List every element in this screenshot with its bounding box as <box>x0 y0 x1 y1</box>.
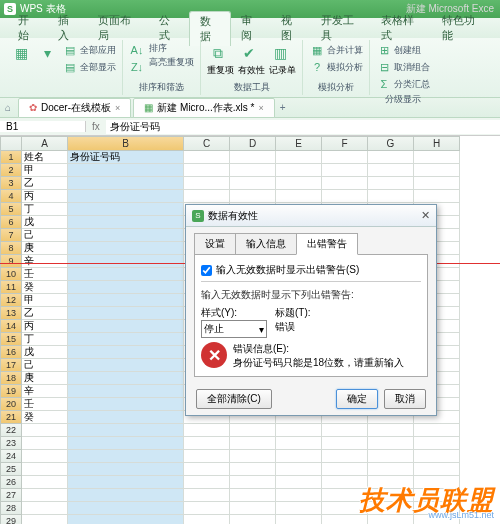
cell[interactable] <box>68 255 184 268</box>
col-header-C[interactable]: C <box>184 136 230 151</box>
cell[interactable]: 庚 <box>22 242 68 255</box>
cell[interactable] <box>230 450 276 463</box>
cell[interactable] <box>322 450 368 463</box>
cell[interactable] <box>368 437 414 450</box>
cell[interactable] <box>68 489 184 502</box>
col-header-F[interactable]: F <box>322 136 368 151</box>
cell[interactable] <box>368 177 414 190</box>
cell[interactable] <box>68 164 184 177</box>
cell[interactable]: 丙 <box>22 320 68 333</box>
cell[interactable]: 甲 <box>22 294 68 307</box>
cell[interactable]: 癸 <box>22 281 68 294</box>
row-header[interactable]: 7 <box>0 229 22 242</box>
cell[interactable] <box>184 450 230 463</box>
cell[interactable] <box>68 515 184 524</box>
cell[interactable] <box>276 515 322 524</box>
cell[interactable] <box>230 489 276 502</box>
cell[interactable] <box>368 463 414 476</box>
cell[interactable] <box>22 463 68 476</box>
dialog-tab-1[interactable]: 输入信息 <box>235 233 297 255</box>
cell[interactable] <box>230 424 276 437</box>
cell[interactable] <box>230 190 276 203</box>
showall-button[interactable]: ▤全部显示 <box>62 59 116 75</box>
cell[interactable] <box>230 463 276 476</box>
row-header[interactable]: 28 <box>0 502 22 515</box>
cell[interactable] <box>368 151 414 164</box>
cell[interactable] <box>276 437 322 450</box>
cell[interactable] <box>68 333 184 346</box>
col-header-B[interactable]: B <box>68 136 184 151</box>
close-icon[interactable]: × <box>259 103 264 113</box>
cell[interactable] <box>22 515 68 524</box>
cell[interactable] <box>322 177 368 190</box>
row-header[interactable]: 11 <box>0 281 22 294</box>
row-header[interactable]: 20 <box>0 398 22 411</box>
cell[interactable] <box>68 320 184 333</box>
cell[interactable]: 戊 <box>22 346 68 359</box>
cell[interactable] <box>22 450 68 463</box>
cell[interactable] <box>230 177 276 190</box>
cell[interactable] <box>414 177 460 190</box>
close-icon[interactable]: × <box>115 103 120 113</box>
cell[interactable] <box>368 424 414 437</box>
cell[interactable] <box>68 476 184 489</box>
select-all-corner[interactable] <box>0 136 22 151</box>
dialog-tab-2[interactable]: 出错警告 <box>296 233 358 255</box>
col-header-H[interactable]: H <box>414 136 460 151</box>
cell[interactable] <box>322 190 368 203</box>
highlight-dup-button[interactable]: 高亮重复项 <box>149 56 194 69</box>
row-header[interactable]: 3 <box>0 177 22 190</box>
cell[interactable] <box>68 229 184 242</box>
ribbon-tab-9[interactable]: 特色功能 <box>432 11 492 45</box>
cell[interactable] <box>184 437 230 450</box>
cell[interactable]: 乙 <box>22 177 68 190</box>
cell[interactable] <box>68 307 184 320</box>
cell[interactable] <box>68 502 184 515</box>
cell[interactable]: 甲 <box>22 164 68 177</box>
cell[interactable] <box>68 411 184 424</box>
row-header[interactable]: 23 <box>0 437 22 450</box>
cell[interactable] <box>368 450 414 463</box>
dialog-tab-0[interactable]: 设置 <box>194 233 236 255</box>
cell[interactable] <box>68 190 184 203</box>
cell[interactable] <box>276 463 322 476</box>
cell[interactable] <box>68 398 184 411</box>
row-header[interactable]: 22 <box>0 424 22 437</box>
row-header[interactable]: 1 <box>0 151 22 164</box>
row-header[interactable]: 19 <box>0 385 22 398</box>
cell[interactable] <box>184 424 230 437</box>
cell[interactable] <box>68 359 184 372</box>
cell[interactable]: 姓名 <box>22 151 68 164</box>
clear-all-button[interactable]: 全部清除(C) <box>196 389 272 409</box>
add-tab-icon[interactable]: + <box>275 102 291 113</box>
row-header[interactable]: 17 <box>0 359 22 372</box>
row-header[interactable]: 29 <box>0 515 22 524</box>
cell[interactable] <box>68 203 184 216</box>
cell[interactable] <box>68 424 184 437</box>
row-header[interactable]: 27 <box>0 489 22 502</box>
cell[interactable] <box>230 164 276 177</box>
cell[interactable] <box>414 437 460 450</box>
ok-button[interactable]: 确定 <box>336 389 378 409</box>
row-header[interactable]: 14 <box>0 320 22 333</box>
cell[interactable] <box>368 164 414 177</box>
cell[interactable] <box>68 346 184 359</box>
row-header[interactable]: 15 <box>0 333 22 346</box>
name-box[interactable]: B1 <box>0 121 86 132</box>
cell[interactable] <box>276 502 322 515</box>
cell[interactable]: 辛 <box>22 385 68 398</box>
row-header[interactable]: 9 <box>0 255 22 268</box>
ungroup-button[interactable]: ⊟取消组合 <box>376 59 430 75</box>
cell[interactable] <box>22 424 68 437</box>
pivot-table-icon[interactable]: ▦ <box>10 42 32 64</box>
cell[interactable] <box>68 216 184 229</box>
cell[interactable] <box>184 476 230 489</box>
cell[interactable] <box>68 437 184 450</box>
cell[interactable]: 癸 <box>22 411 68 424</box>
cell[interactable] <box>322 437 368 450</box>
cell[interactable] <box>414 164 460 177</box>
cell[interactable] <box>414 190 460 203</box>
cell[interactable] <box>184 190 230 203</box>
row-header[interactable]: 12 <box>0 294 22 307</box>
reapply-button[interactable]: ▤全部应用 <box>62 42 116 58</box>
